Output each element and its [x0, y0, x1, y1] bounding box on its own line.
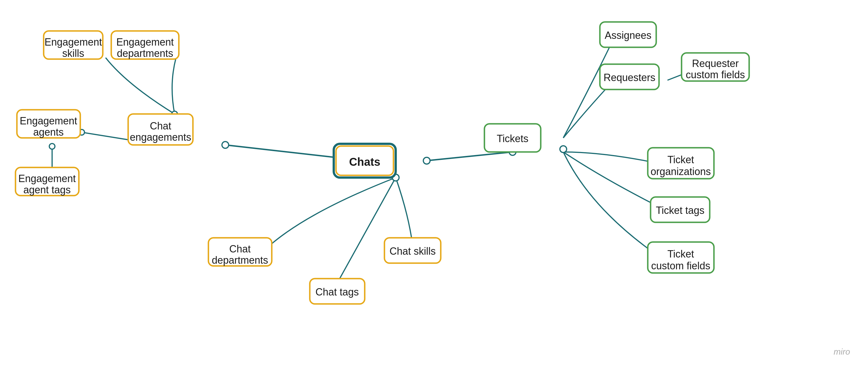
svg-point-2 [222, 141, 229, 148]
chat-tags-label: Chat tags [315, 286, 359, 298]
chat-engagements-label: Chat [150, 120, 171, 132]
svg-line-9 [427, 152, 513, 161]
svg-point-13 [560, 146, 567, 153]
ticket-custom-fields-label2: custom fields [651, 260, 710, 272]
assignees-label: Assignees [605, 30, 651, 41]
engagement-departments-label2: departments [117, 47, 173, 59]
chat-departments-label2: departments [212, 255, 268, 266]
ticket-organizations-label: Ticket [668, 154, 694, 165]
engagement-skills-label: Engagement [44, 36, 102, 48]
engagement-skills-label2: skills [62, 47, 84, 59]
svg-point-7 [49, 143, 55, 149]
chat-departments-label: Chat [229, 243, 251, 255]
requesters-label: Requesters [603, 72, 655, 83]
engagement-agent-tags-label: Engagement [18, 173, 76, 184]
chat-engagements-label2: engagements [130, 131, 191, 143]
tickets-label: Tickets [497, 133, 529, 144]
watermark: miro [834, 347, 850, 356]
requester-custom-fields-label2: custom fields [686, 69, 745, 80]
ticket-tags-label: Ticket tags [656, 205, 705, 216]
engagement-departments-label: Engagement [116, 36, 174, 48]
engagement-agent-tags-label2: agent tags [23, 184, 71, 196]
ticket-organizations-label2: organizations [651, 166, 711, 177]
requester-custom-fields-label: Requester [692, 58, 739, 69]
svg-point-10 [423, 157, 430, 164]
ticket-custom-fields-label: Ticket [668, 248, 694, 260]
chat-skills-label: Chat skills [390, 245, 436, 257]
chats-label: Chats [349, 156, 380, 168]
engagement-agents-label: Engagement [20, 115, 77, 127]
engagement-agents-label2: agents [33, 126, 64, 138]
